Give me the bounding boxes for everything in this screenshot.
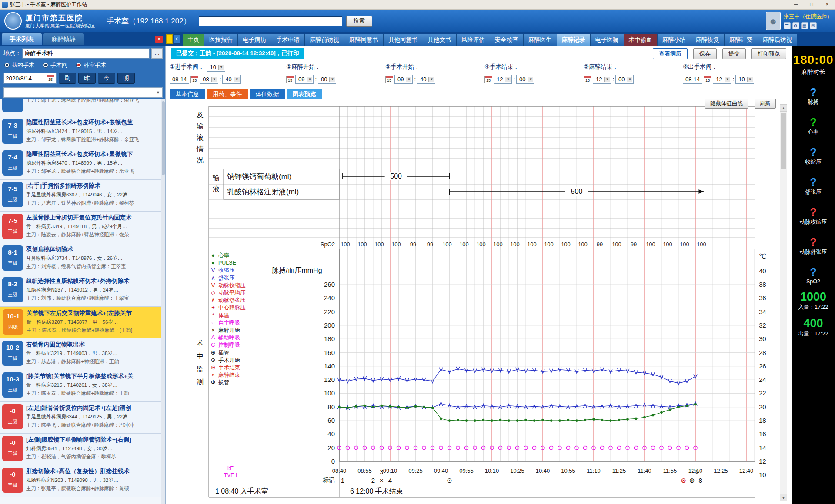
- surgery-list-item[interactable]: 三级泌尿外科病房34…，T149000，男，12岁…主刀：邹宇龙，蛛网膜下腔阻滞…: [0, 99, 165, 116]
- calendar-icon[interactable]: 15: [385, 76, 393, 83]
- svg-text:80: 80: [327, 403, 335, 411]
- tab-麻醉后访视[interactable]: 麻醉后访视: [758, 34, 798, 46]
- tab-其他同意书[interactable]: 其他同意书: [384, 34, 423, 46]
- filter-select[interactable]: ▼: [3, 87, 163, 98]
- minute-select[interactable]: 10▼: [735, 75, 754, 84]
- minute-select[interactable]: 40▼: [417, 75, 435, 84]
- tab-麻醉计费[interactable]: 麻醉计费: [725, 34, 758, 46]
- tab-术中输血[interactable]: 术中输血: [624, 34, 658, 46]
- calendar-icon[interactable]: 15: [484, 76, 492, 83]
- minimize-button[interactable]: ─: [788, 0, 804, 9]
- surgery-list-item[interactable]: -0三级肛瘘切除术+高位（复杂性）肛瘘挂线术肛肠科病房N203，T149098，…: [0, 465, 165, 497]
- button-刷新[interactable]: 刷新: [755, 99, 776, 109]
- tab-麻醉医生[interactable]: 麻醉医生: [524, 34, 557, 46]
- button-打印预览[interactable]: 打印预览: [752, 48, 786, 59]
- tab-麻醉镇静[interactable]: 麻醉镇静: [43, 33, 84, 45]
- minute-select[interactable]: 00▼: [615, 75, 634, 84]
- subtab-用药、事件[interactable]: 用药、事件: [207, 89, 248, 99]
- calendar-icon[interactable]: 15: [286, 76, 294, 83]
- hour-select[interactable]: 12▼: [494, 75, 512, 84]
- panel-toggle-icon[interactable]: [166, 34, 173, 44]
- date-button-明[interactable]: 明: [117, 73, 135, 84]
- patient-info: 泌尿外科病房3424，T149015，男，14岁…: [26, 128, 161, 135]
- button-保存[interactable]: 保存: [693, 48, 717, 59]
- date-button-昨[interactable]: 昨: [78, 73, 96, 84]
- radio-我的手术[interactable]: 我的手术: [4, 61, 34, 69]
- calendar-icon[interactable]: 15: [190, 76, 198, 83]
- date-value[interactable]: 08-14: [683, 75, 702, 84]
- surgery-list-item[interactable]: -0三级[左侧]腹腔镜下单侧输卵管切除术+[右侧]妇科病房3541，T12749…: [0, 434, 165, 465]
- button-隐藏体征曲线[interactable]: 隐藏体征曲线: [705, 99, 748, 109]
- hour-select[interactable]: 09▼: [394, 75, 413, 84]
- search-button[interactable]: 搜索: [346, 16, 372, 27]
- surgery-number: -0: [2, 439, 23, 446]
- surgery-list-item[interactable]: 10-3三级[膝关节镜]关节镜下半月板修整成形术+关骨一科病房3215，T140…: [0, 370, 165, 402]
- maximize-button[interactable]: □: [804, 0, 819, 9]
- sidebar-scrollbar[interactable]: [161, 99, 165, 504]
- contacts-icon[interactable]: ☰: [784, 22, 791, 29]
- surgery-list-item[interactable]: 10-1四级关节镜下左后交叉韧带重建术+[左膝关节骨一科病房3207，T1458…: [0, 307, 165, 338]
- message-icon[interactable]: ✉: [810, 22, 817, 29]
- svg-text:●: ●: [211, 259, 215, 266]
- surgery-list-item[interactable]: 7-5三级左肱骨髁上骨折切开复位克氏针内固定术骨二科病房3349，T149118…: [0, 212, 165, 243]
- hour-select[interactable]: 12▼: [593, 75, 611, 84]
- hour-select[interactable]: 12▼: [713, 75, 731, 84]
- chart-scrollbar[interactable]: ▲ ▼: [780, 104, 787, 501]
- svg-text:+: +: [211, 304, 215, 311]
- date-button-刷[interactable]: 刷: [59, 73, 76, 84]
- tab-麻醉小结[interactable]: 麻醉小结: [658, 34, 691, 46]
- radio-手术间[interactable]: 手术间: [43, 61, 67, 69]
- location-input[interactable]: [22, 48, 150, 59]
- calendar-icon[interactable]: 15: [704, 76, 711, 83]
- surgery-list-item[interactable]: 8-2三级组织选择性直肠粘膜环切术+外痔切除术肛肠科病房N237，T149012…: [0, 275, 165, 307]
- tab-风险评估[interactable]: 风险评估: [457, 34, 490, 46]
- button-提交[interactable]: 提交: [722, 48, 746, 59]
- svg-text:100: 100: [544, 241, 554, 248]
- location-more-button[interactable]: …: [151, 48, 163, 59]
- tab-其他文书[interactable]: 其他文书: [423, 34, 457, 46]
- surgery-list-item[interactable]: 7-3三级隐匿性阴茎延长术+包皮环切术+嵌顿包茎泌尿外科病房3424，T1490…: [0, 116, 165, 148]
- scroll-left-icon[interactable]: <: [174, 34, 180, 44]
- tab-电子病历[interactable]: 电子病历: [238, 34, 271, 46]
- close-panel-icon[interactable]: ×: [155, 36, 163, 43]
- avatar[interactable]: ☻: [766, 12, 781, 30]
- minute-select[interactable]: 00▼: [516, 75, 534, 84]
- date-button-今[interactable]: 今: [98, 73, 115, 84]
- tab-手术列表[interactable]: 手术列表: [2, 33, 42, 45]
- tab-麻醉恢复[interactable]: 麻醉恢复: [691, 34, 725, 46]
- tab-手术申请[interactable]: 手术申请: [271, 34, 305, 46]
- calendar-icon[interactable]: 15: [47, 75, 54, 82]
- radio-科室手术[interactable]: 科室手术: [76, 61, 106, 69]
- search-input[interactable]: [199, 16, 342, 26]
- minute-select[interactable]: 40▼: [222, 75, 240, 84]
- hour-select[interactable]: 09▼: [295, 75, 314, 84]
- date-input[interactable]: 2020/8/14 15: [3, 73, 57, 84]
- subtab-体征数据[interactable]: 体征数据: [250, 89, 285, 99]
- date-value[interactable]: 08-14: [170, 75, 189, 84]
- scrollbar-thumb[interactable]: [781, 113, 786, 169]
- schedule-icon[interactable]: ▦: [801, 22, 808, 29]
- surgery-list-item[interactable]: -0三级[左足]趾骨骨折复位内固定术+[左足]清创手足显微外科病房6344，T1…: [0, 402, 165, 434]
- scroll-down-icon[interactable]: ▼: [780, 494, 787, 501]
- scroll-up-icon[interactable]: ▲: [780, 105, 787, 112]
- tab-安全核查[interactable]: 安全核查: [490, 34, 524, 46]
- settings-icon[interactable]: ⚙: [792, 22, 799, 29]
- subtab-基本信息[interactable]: 基本信息: [170, 89, 205, 99]
- surgery-list-item[interactable]: 10-2三级右锁骨内固定物取出术骨一科病房3219，T149003，男，38岁……: [0, 338, 165, 370]
- tab-麻醉前访视[interactable]: 麻醉前访视: [305, 34, 344, 46]
- tab-麻醉同意书[interactable]: 麻醉同意书: [344, 34, 384, 46]
- button-查看病历[interactable]: 查看病历: [653, 48, 688, 59]
- room-select[interactable]: 10▼: [207, 63, 225, 72]
- tab-电子医嘱[interactable]: 电子医嘱: [591, 34, 624, 46]
- calendar-icon[interactable]: 15: [584, 76, 591, 83]
- tab-医技报告[interactable]: 医技报告: [204, 34, 238, 46]
- surgery-list-item[interactable]: 7-4三级隐匿性阴茎延长术+包皮环切术+显微镜下泌尿外科病房3470，T1489…: [0, 148, 165, 180]
- tab-麻醉记录[interactable]: 麻醉记录: [557, 34, 591, 46]
- close-button[interactable]: ×: [819, 0, 835, 9]
- surgery-list-item[interactable]: 8-1三级双侧扁桃体切除术耳鼻喉科病房3734，T148976，女，26岁…主刀…: [0, 243, 165, 275]
- surgery-list-item[interactable]: 7-5三级[右手]手拇指多指畸形切除术手足显微外科病房6307，T149046，…: [0, 180, 165, 212]
- minute-select[interactable]: 00▼: [318, 75, 336, 84]
- hour-select[interactable]: 08▼: [200, 75, 218, 84]
- subtab-图表预览[interactable]: 图表预览: [287, 89, 322, 99]
- tab-主页[interactable]: 主页: [183, 34, 204, 46]
